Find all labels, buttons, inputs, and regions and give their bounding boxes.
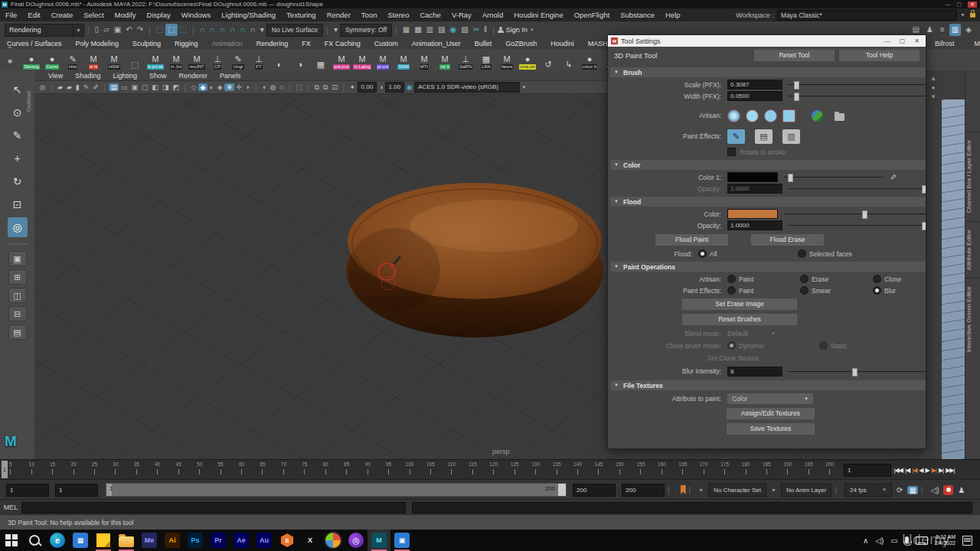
blend-mode-arrow-icon[interactable]: ▼	[771, 331, 776, 336]
timeline-frame-145[interactable]: 145	[588, 460, 609, 480]
tool-settings-maximize-icon[interactable]: ▢	[900, 37, 906, 44]
tool-help-button[interactable]: Tool Help	[839, 50, 920, 61]
square-brush-icon[interactable]	[782, 109, 795, 122]
four-pane-layout-button[interactable]: ⊞	[8, 269, 27, 285]
timeline-frame-65[interactable]: 65	[252, 460, 273, 480]
davinci-resolve[interactable]	[322, 530, 345, 551]
timeline-frame-175[interactable]: 175	[714, 460, 735, 480]
sidebar-tab-attribute-editor[interactable]: Attribute Editor	[965, 221, 980, 278]
shelf-item-sarn[interactable]: ⊥SaRN	[456, 50, 475, 70]
channel-box-toggle-icon[interactable]: ▥	[949, 24, 961, 36]
range-end-handle[interactable]	[558, 484, 566, 496]
shelf-menu-icon[interactable]: ≡	[8, 44, 12, 51]
timeline-frame-130[interactable]: 130	[525, 460, 546, 480]
timeline-frame-110[interactable]: 110	[441, 460, 462, 480]
flood-opacity-slider[interactable]	[789, 221, 926, 230]
timeline-frame-200[interactable]: 200	[819, 460, 840, 480]
menu-arnold[interactable]: Arnold	[477, 11, 508, 19]
playback-start-field[interactable]: 1	[55, 484, 98, 497]
select-hierarchy-icon[interactable]: ⬚	[154, 24, 165, 36]
viewport-menu-renderer[interactable]: Renderer	[172, 72, 214, 80]
view-transform-arrow-icon[interactable]: ▼	[520, 85, 528, 90]
step-back-frame-button[interactable]: |◀	[903, 467, 910, 474]
mute-audio-icon[interactable]: ◁)	[930, 486, 939, 494]
shelf-tab-animation[interactable]: Animation	[205, 39, 250, 49]
display-icon[interactable]: ▭	[890, 536, 897, 545]
timeline-frame-95[interactable]: 95	[378, 460, 399, 480]
timeline-frame-125[interactable]: 125	[505, 460, 525, 480]
flood-color-swatch[interactable]	[727, 209, 778, 219]
photos-app[interactable]: ▦	[69, 530, 92, 551]
2d-pan-zoom-icon[interactable]: ✎	[81, 83, 91, 91]
menu-openflight[interactable]: OpenFlight	[569, 11, 615, 19]
menu-substance[interactable]: Substance	[615, 11, 660, 19]
substance-designer[interactable]: ▣	[390, 530, 413, 551]
search-button[interactable]	[23, 530, 46, 551]
snap-view-plane-icon[interactable]: ∩	[237, 24, 247, 36]
grease-pencil-icon[interactable]: ✐	[91, 83, 101, 91]
time-slider[interactable]: 1 51015202530354045505560657075808590951…	[0, 459, 980, 480]
animation-end-field[interactable]: 200	[622, 484, 665, 497]
exposure-icon[interactable]: ✦	[348, 83, 358, 91]
color-opacity-field[interactable]: 1.0000	[727, 184, 782, 194]
anim-layer-dropdown[interactable]: No Anim Layer	[781, 484, 831, 497]
menu-cache[interactable]: Cache	[414, 11, 446, 19]
snap-curve-icon[interactable]: ∩	[207, 24, 217, 36]
rotate-tool-icon[interactable]: ↻	[8, 171, 28, 191]
lasso-select-tool-icon[interactable]: ⊙	[8, 103, 28, 122]
pfx-smear-radio[interactable]	[800, 286, 808, 295]
flood-opacity-field[interactable]: 1.0000	[727, 220, 782, 230]
timeline-frame-75[interactable]: 75	[294, 460, 315, 480]
current-time-marker[interactable]: 1	[2, 461, 8, 478]
set-erase-image-button[interactable]: Set Erase Image	[682, 298, 797, 310]
browse-stamps-folder-icon[interactable]	[835, 113, 844, 121]
timeline-frame-30[interactable]: 30	[105, 460, 126, 480]
flat-lighting-icon[interactable]: ◍	[268, 83, 278, 91]
pause-viewport-icon[interactable]: ‖	[482, 24, 489, 36]
width-slider[interactable]	[789, 92, 926, 100]
menu-lighting-shading[interactable]: Lighting/Shading	[216, 11, 281, 19]
hud-icon[interactable]: ✛	[234, 83, 244, 91]
shaded-mode-icon[interactable]: ▭	[119, 83, 129, 91]
paste-view-icon[interactable]: ⧉	[321, 83, 329, 92]
get-brush-icon[interactable]: ▤	[755, 129, 773, 144]
two-pane-side-layout-button[interactable]: ◫	[8, 288, 27, 303]
ipr-render-icon[interactable]: ▥	[424, 24, 436, 36]
select-tool-icon[interactable]: ↖	[8, 80, 28, 99]
timeline-frame-100[interactable]: 100	[399, 460, 420, 480]
shelf-item-icon-25[interactable]: ↺	[538, 50, 558, 70]
select-component-icon[interactable]: ⬚	[178, 24, 189, 36]
photoshop[interactable]: Ps	[184, 530, 207, 551]
render-sequence-icon[interactable]: ▧	[459, 24, 470, 36]
current-frame-field[interactable]: 1	[844, 464, 891, 477]
two-pane-stacked-layout-button[interactable]: ⊟	[8, 306, 27, 321]
snap-point-icon[interactable]: ∩	[217, 24, 227, 36]
shelf-tab-poly-modeling[interactable]: Poly Modeling	[69, 39, 126, 49]
tool-settings-toggle-icon[interactable]: ◈	[963, 24, 974, 36]
shelf-item-const[interactable]: ●Const	[42, 50, 62, 70]
media-encoder[interactable]: Me	[138, 530, 161, 551]
outliner-persp-layout-button[interactable]: ▤	[8, 324, 27, 340]
shelf-tab-animation-user[interactable]: Animation_User	[405, 39, 468, 49]
command-input[interactable]	[21, 502, 406, 514]
render-settings-icon[interactable]: ▨	[436, 24, 447, 36]
menu-texturing[interactable]: Texturing	[281, 11, 322, 19]
record-icon[interactable]	[943, 485, 953, 495]
shelf-tab-houdini[interactable]: Houdini	[544, 39, 581, 49]
symmetry-field[interactable]: Symmetry: Off	[340, 24, 392, 37]
no-lighting-icon[interactable]: ○	[278, 83, 286, 91]
menu-houdini-engine[interactable]: Houdini Engine	[508, 11, 568, 19]
assign-edit-textures-button[interactable]: Assign/Edit Textures	[727, 408, 815, 419]
reset-brushes-button[interactable]: Reset Brushes	[682, 314, 797, 325]
timeline-frame-50[interactable]: 50	[189, 460, 210, 480]
shelf-item-faces[interactable]: Mfaces	[497, 50, 517, 70]
flood-all-radio[interactable]	[698, 249, 707, 258]
timeline-frame-35[interactable]: 35	[126, 460, 147, 480]
window-close-icon[interactable]: ✕	[968, 2, 977, 8]
shelf-item-cp[interactable]: ⊥CP	[207, 50, 227, 70]
copy-view-icon[interactable]: ⧉	[312, 83, 321, 92]
menu-set-dropdown[interactable]: Rendering	[5, 24, 74, 37]
live-surface-field[interactable]: No Live Surface	[266, 24, 323, 37]
xray-icon[interactable]: ◇	[189, 83, 198, 91]
flood-paint-button[interactable]: Flood Paint	[655, 234, 728, 246]
